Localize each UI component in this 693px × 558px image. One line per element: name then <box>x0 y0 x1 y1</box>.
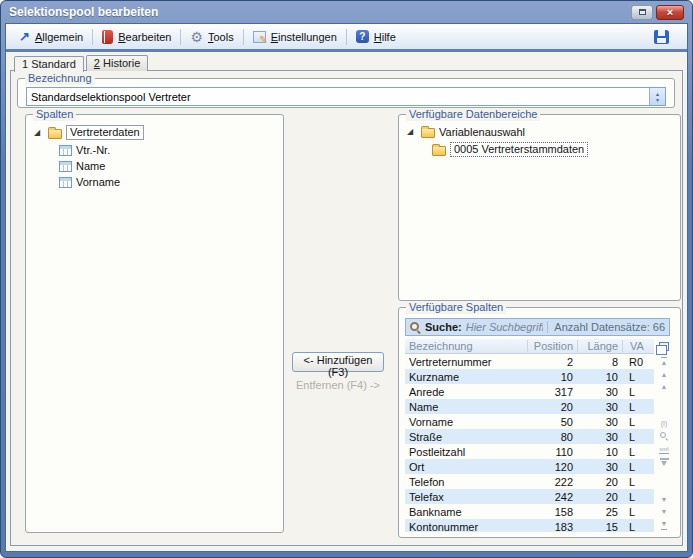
grid-row[interactable]: Kurzname 10 10 L <box>405 369 654 384</box>
tree-node-variablenauswahl[interactable]: ◢ Variablenauswahl <box>407 125 680 138</box>
scroll-up-icon[interactable]: ▲ <box>661 371 668 379</box>
cell-laenge: 30 <box>577 416 622 428</box>
cell-position: 242 <box>527 491 577 503</box>
grid-row[interactable]: Vorname 50 30 L <box>405 414 654 429</box>
toolbar-label: Tools <box>208 31 234 43</box>
search-bar: Suche: Anzahl Datensätze: 66 <box>405 318 670 336</box>
grid-header-row[interactable]: Bezeichnung Position Länge VA <box>405 339 654 354</box>
tab-historie[interactable]: 2 Historie <box>86 55 148 71</box>
xml-export-icon[interactable]: xml <box>659 445 668 454</box>
toolbar-item-tools[interactable]: ⚙ Tools <box>183 28 240 46</box>
tree-node-vertreterstammdaten[interactable]: 0005 Vertreterstammdaten <box>432 142 680 157</box>
toolbar-label: Einstellungen <box>271 31 337 43</box>
titlebar[interactable]: Selektionspool bearbeiten × <box>1 1 692 23</box>
window-title: Selektionspool bearbeiten <box>9 5 158 19</box>
cell-bezeichnung: Postleitzahl <box>405 446 527 458</box>
cell-laenge: 15 <box>577 521 622 533</box>
toolbar-label: Hilfe <box>374 31 396 43</box>
toolbar-separator <box>92 29 93 45</box>
column-header-bezeichnung[interactable]: Bezeichnung <box>405 340 527 352</box>
verfuegbare-spalten-legend: Verfügbare Spalten <box>406 301 506 314</box>
page-down-icon[interactable]: ▼ <box>661 496 668 504</box>
grid-row[interactable]: Name 20 30 L <box>405 399 654 414</box>
grid-row[interactable]: Telefax 242 20 L <box>405 489 654 504</box>
column-header-laenge[interactable]: Länge <box>577 340 622 352</box>
cell-laenge: 30 <box>577 431 622 443</box>
expander-icon[interactable]: ◢ <box>34 129 44 137</box>
grid-row[interactable]: Anrede 317 30 L <box>405 384 654 399</box>
cell-va: L <box>622 491 652 503</box>
cell-va: L <box>622 386 652 398</box>
cell-va: L <box>622 431 652 443</box>
grid-row[interactable]: Bankname 158 25 L <box>405 504 654 519</box>
bezeichnung-spinner[interactable]: ▲ ▼ <box>649 88 665 105</box>
datenbereiche-group: Verfügbare Datenbereiche ◢ Variablenausw… <box>398 114 681 301</box>
search-input[interactable] <box>466 321 544 333</box>
toolbar-item-bearbeiten[interactable]: Bearbeiten <box>95 28 178 46</box>
page-up-icon[interactable]: ▲ <box>661 383 668 391</box>
grid-row[interactable]: Telefon 222 20 L <box>405 474 654 489</box>
tree-node-label[interactable]: Vorname <box>76 176 120 188</box>
tree-node-label[interactable]: Vtr.-Nr. <box>76 144 110 156</box>
grid-row[interactable]: Postleitzahl 110 10 L <box>405 444 654 459</box>
columns-grid: Bezeichnung Position Länge VA Vertretern… <box>405 339 674 532</box>
cell-va: L <box>622 371 652 383</box>
tree-node-vorname[interactable]: Vorname <box>59 176 283 188</box>
cell-bezeichnung: Straße <box>405 431 527 443</box>
cell-bezeichnung: Ort <box>405 461 527 473</box>
selection-brackets-icon[interactable]: (I) <box>661 420 668 428</box>
tree-node-vtr-nr[interactable]: Vtr.-Nr. <box>59 144 283 156</box>
record-count: Anzahl Datensätze: 66 <box>547 321 665 333</box>
add-button[interactable]: <- Hinzufügen (F3) <box>292 352 384 372</box>
scroll-top-icon[interactable]: ▲ <box>661 357 668 367</box>
tree-node-name[interactable]: Name <box>59 160 283 172</box>
grid-table: Bezeichnung Position Länge VA Vertretern… <box>405 339 654 532</box>
spalten-group: Spalten ◢ Vertreterdaten Vtr.-Nr. Name V… <box>25 114 284 533</box>
grid-row[interactable]: Ort 120 30 L <box>405 459 654 474</box>
window-body: ↗ Allgemein Bearbeiten ⚙ Tools ✎ Einstel… <box>5 23 688 552</box>
tree-node-label[interactable]: Vertreterdaten <box>66 125 144 140</box>
bezeichnung-value: Standardselektionspool Vertreter <box>27 91 649 103</box>
expander-icon[interactable]: ◢ <box>407 128 417 136</box>
search-label: Suche: <box>425 321 462 333</box>
cell-position: 20 <box>527 401 577 413</box>
copy-columns-icon[interactable] <box>659 342 669 351</box>
tab-standard[interactable]: 1 Standard <box>14 56 84 72</box>
column-header-va[interactable]: VA <box>622 340 652 352</box>
tree-node-vertreterdaten[interactable]: ◢ Vertreterdaten <box>34 125 283 140</box>
bezeichnung-combobox[interactable]: Standardselektionspool Vertreter ▲ ▼ <box>26 87 666 106</box>
cell-position: 222 <box>527 476 577 488</box>
save-button[interactable] <box>652 28 671 46</box>
toolbar-item-hilfe[interactable]: ? Hilfe <box>349 28 403 45</box>
toolbar-item-einstellungen[interactable]: ✎ Einstellungen <box>246 29 344 45</box>
grid-row[interactable]: Straße 80 30 L <box>405 429 654 444</box>
cell-va: L <box>622 416 652 428</box>
tree-node-label[interactable]: Name <box>76 160 105 172</box>
column-header-position[interactable]: Position <box>527 340 577 352</box>
cell-position: 110 <box>527 446 577 458</box>
grid-toolbar: ▲ ▲ ▲ (I) xml ▼ ▼ ▼ <box>654 339 674 532</box>
cell-laenge: 20 <box>577 476 622 488</box>
cell-position: 183 <box>527 521 577 533</box>
gears-icon: ⚙ <box>190 30 203 44</box>
scroll-bottom-icon[interactable]: ▼ <box>661 520 668 530</box>
toolbar-item-allgemein[interactable]: ↗ Allgemein <box>12 28 90 45</box>
close-icon: × <box>667 7 673 18</box>
tree-node-label[interactable]: 0005 Vertreterstammdaten <box>450 142 588 157</box>
grid-row[interactable]: Vertreternummer 2 8 R0 <box>405 354 654 369</box>
screenshot: Selektionspool bearbeiten × ↗ Allgemein … <box>0 0 693 558</box>
scroll-down-icon[interactable]: ▼ <box>661 508 668 516</box>
filter-icon[interactable] <box>660 458 669 467</box>
maximize-button[interactable] <box>631 5 653 20</box>
folder-icon <box>48 129 62 139</box>
close-button[interactable]: × <box>656 5 684 20</box>
bezeichnung-group: Bezeichnung Standardselektionspool Vertr… <box>17 78 675 108</box>
help-icon: ? <box>356 30 369 43</box>
grid-search-icon[interactable] <box>660 432 669 441</box>
toolbar-separator <box>180 29 181 45</box>
remove-button-disabled[interactable]: Entfernen (F4) -> <box>278 379 398 391</box>
cell-va: L <box>622 461 652 473</box>
folder-icon <box>421 128 435 138</box>
tree-node-label[interactable]: Variablenauswahl <box>439 126 525 138</box>
grid-row[interactable]: Kontonummer 183 15 L <box>405 519 654 532</box>
